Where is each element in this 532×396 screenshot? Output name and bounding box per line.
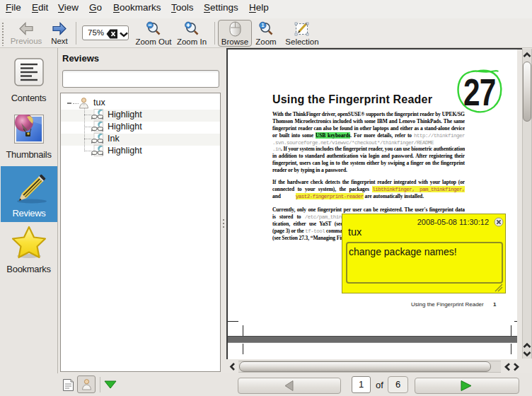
svg-text:1: 1 [261,23,264,28]
